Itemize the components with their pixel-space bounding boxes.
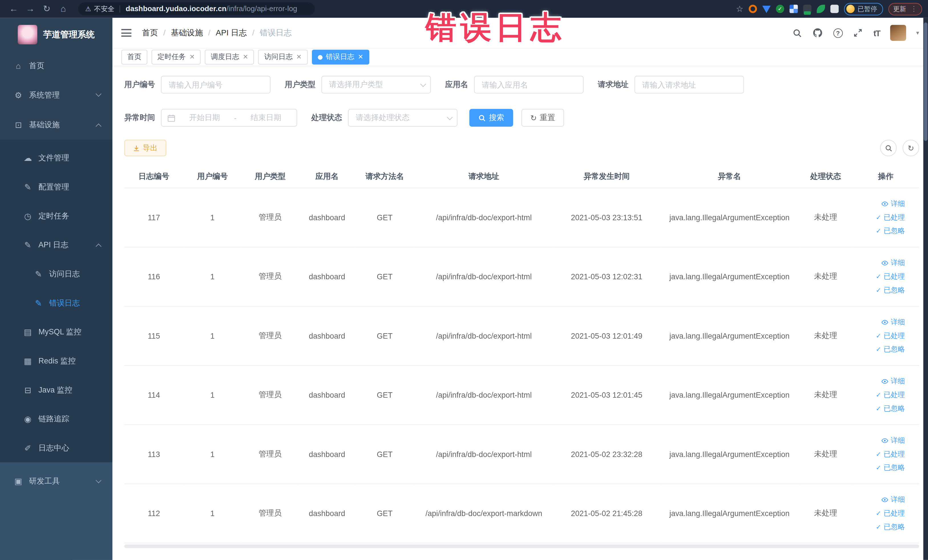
mark-ignored-link[interactable]: ✓已忽略 (876, 462, 905, 472)
breadcrumb-infrastructure[interactable]: 基础设施 (171, 27, 203, 38)
request-url-input[interactable] (635, 76, 744, 93)
extension-grid-icon[interactable] (790, 5, 798, 13)
profile-paused-badge[interactable]: 已暂停 (844, 3, 883, 15)
process-status-select[interactable]: 请选择处理状态 (348, 109, 458, 127)
sidebar-item-infrastructure[interactable]: ⊡ 基础设施 (0, 110, 112, 140)
extension-shield-icon[interactable] (762, 5, 771, 13)
extensions-puzzle-icon[interactable] (830, 5, 839, 13)
extension-orange-icon[interactable] (749, 5, 757, 13)
cell-user-id: 1 (183, 247, 241, 306)
sidebar-logo-band[interactable]: 芋道管理系统 (0, 18, 112, 51)
end-date-placeholder: 结束日期 (241, 112, 291, 123)
close-icon[interactable]: ✕ (243, 53, 248, 61)
mark-processed-link[interactable]: ✓已处理 (876, 331, 905, 340)
tab-scheduled-jobs[interactable]: 定时任务 ✕ (151, 50, 201, 64)
avatar-caret-icon[interactable]: ▾ (916, 30, 919, 36)
sidebar-item-java-monitor[interactable]: ⊟ Java 监控 (0, 375, 112, 404)
sidebar-item-label: API 日志 (38, 240, 69, 250)
github-icon[interactable] (812, 27, 823, 38)
browser-forward-icon[interactable]: → (23, 0, 38, 18)
tab-access-log[interactable]: 访问日志 ✕ (258, 50, 308, 64)
cell-user-type: 管理员 (241, 484, 299, 543)
scrollbar-thumb[interactable] (924, 23, 927, 141)
cell-exception-time: 2021-05-02 21:45:28 (553, 484, 660, 543)
toggle-search-button[interactable] (880, 140, 897, 156)
tab-schedule-log[interactable]: 调度日志 ✕ (205, 50, 254, 64)
sidebar-item-log-center[interactable]: ✐ 日志中心 (0, 433, 112, 462)
help-icon[interactable]: ? (833, 28, 843, 38)
sidebar-item-system-management[interactable]: ⚙ 系统管理 (0, 81, 112, 110)
detail-link[interactable]: 详细 (881, 376, 905, 386)
detail-link[interactable]: 详细 (881, 198, 905, 209)
close-icon[interactable]: ✕ (358, 53, 363, 61)
cell-request-url: /api/infra/db-doc/export-html (414, 424, 553, 484)
sidebar-item-home[interactable]: ⌂ 首页 (0, 51, 112, 81)
cell-method: GET (355, 188, 414, 247)
mark-ignored-link[interactable]: ✓已忽略 (876, 226, 905, 236)
tab-error-log[interactable]: 错误日志 ✕ (312, 50, 369, 64)
check-icon: ✓ (876, 332, 881, 339)
export-button[interactable]: 导出 (124, 140, 166, 156)
search-button[interactable]: 搜索 (469, 109, 513, 127)
chrome-update-badge[interactable]: 更新 ⋮ (888, 3, 922, 15)
sidebar-item-dev-tools[interactable]: ▣ 研发工具 (0, 467, 112, 496)
mark-ignored-link[interactable]: ✓已忽略 (876, 403, 905, 414)
date-range-picker[interactable]: 开始日期 - 结束日期 (161, 109, 297, 127)
sidebar-collapse-icon[interactable] (121, 29, 131, 37)
user-type-select[interactable]: 请选择用户类型 (322, 76, 431, 93)
mark-processed-link[interactable]: ✓已处理 (876, 449, 905, 459)
mark-ignored-link[interactable]: ✓已忽略 (876, 344, 905, 354)
col-status: 处理状态 (799, 165, 852, 188)
font-size-icon[interactable]: tT (873, 28, 880, 38)
vertical-scrollbar[interactable] (923, 18, 928, 560)
table-row: 113 1 管理员 dashboard GET /api/infra/db-do… (124, 424, 919, 484)
sidebar-item-label: 文件管理 (38, 153, 69, 163)
sidebar-item-config-management[interactable]: ✎ 配置管理 (0, 172, 112, 201)
user-id-input[interactable] (161, 76, 270, 93)
sidebar-item-scheduled-jobs[interactable]: ◷ 定时任务 (0, 201, 112, 230)
address-bar[interactable]: ⚠ 不安全 dashboard.yudao.iocoder.cn/infra/l… (78, 2, 315, 15)
close-icon[interactable]: ✕ (189, 53, 195, 61)
bookmark-star-icon[interactable]: ☆ (736, 5, 743, 13)
extension-onoff-icon[interactable] (803, 5, 811, 13)
search-icon[interactable] (792, 27, 802, 38)
detail-link[interactable]: 详细 (881, 494, 905, 504)
sidebar-item-mysql-monitor[interactable]: ▤ MySQL 监控 (0, 317, 112, 346)
eye-icon (881, 319, 888, 325)
browser-back-icon[interactable]: ← (6, 0, 21, 18)
refresh-table-button[interactable]: ↻ (903, 140, 919, 156)
mark-ignored-link[interactable]: ✓已忽略 (876, 522, 905, 532)
sidebar-item-file-management[interactable]: ☁ 文件管理 (0, 143, 112, 172)
mark-processed-link[interactable]: ✓已处理 (876, 271, 905, 281)
breadcrumb-api-log[interactable]: API 日志 (216, 27, 247, 38)
browser-reload-icon[interactable]: ↻ (39, 0, 55, 18)
browser-home-icon[interactable]: ⌂ (56, 0, 71, 18)
close-icon[interactable]: ✕ (296, 53, 302, 61)
sidebar-item-trace[interactable]: ◉ 链路追踪 (0, 404, 112, 433)
cell-app-name: dashboard (299, 484, 355, 543)
avatar[interactable] (890, 25, 906, 41)
screen-icon: ⊟ (23, 385, 33, 395)
fullscreen-icon[interactable] (853, 27, 863, 38)
sidebar-item-api-log[interactable]: ✎ API 日志 (0, 230, 112, 259)
tab-home[interactable]: 首页 (121, 50, 147, 64)
sidebar-item-label: 系统管理 (29, 90, 60, 101)
mark-processed-link[interactable]: ✓已处理 (876, 212, 905, 222)
extension-check-icon[interactable]: ✓ (776, 5, 784, 13)
detail-link[interactable]: 详细 (881, 435, 905, 445)
detail-link[interactable]: 详细 (881, 258, 905, 268)
extension-leaf-icon[interactable] (817, 5, 825, 13)
browser-menu-kebab-icon[interactable]: ⋮ (910, 5, 917, 13)
sidebar-item-redis-monitor[interactable]: ▦ Redis 监控 (0, 346, 112, 375)
sidebar-item-error-log[interactable]: ✎ 错误日志 (0, 288, 112, 317)
breadcrumb-home[interactable]: 首页 (142, 27, 158, 38)
mark-processed-link[interactable]: ✓已处理 (876, 508, 905, 518)
row-actions: 详细 ✓已处理 ✓已忽略 (852, 435, 919, 473)
sidebar-item-access-log[interactable]: ✎ 访问日志 (0, 259, 112, 288)
mark-ignored-link[interactable]: ✓已忽略 (876, 285, 905, 295)
detail-link[interactable]: 详细 (881, 317, 905, 327)
app-name-input[interactable] (474, 76, 584, 93)
mark-processed-link[interactable]: ✓已处理 (876, 390, 905, 400)
reset-button[interactable]: ↻ 重置 (522, 109, 564, 127)
horizontal-scrollbar[interactable] (124, 544, 919, 548)
